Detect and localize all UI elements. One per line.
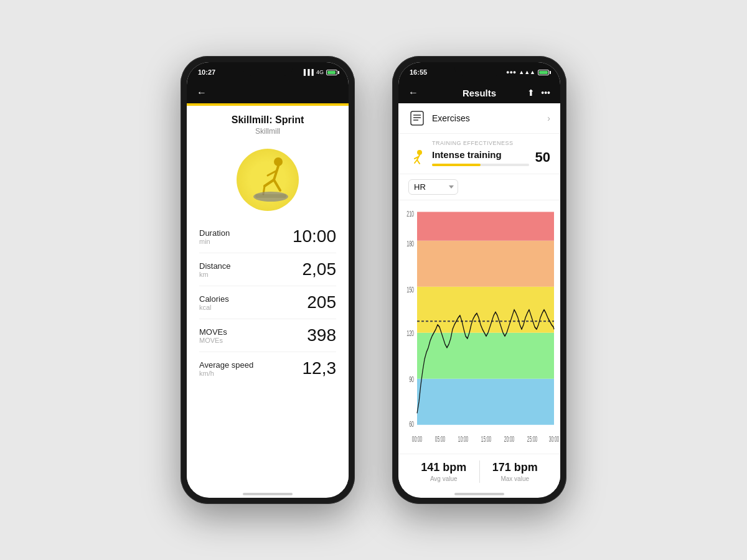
svg-rect-7: [255, 194, 286, 198]
right-time: 16:55: [410, 68, 427, 76]
svg-text:25:00: 25:00: [527, 435, 537, 444]
hr-chart-section: 210 180 150 120 90 60 00:00 05:00 10:00 …: [398, 200, 560, 454]
table-row: MOVEs MOVEs 398: [199, 319, 336, 352]
svg-point-0: [274, 157, 283, 166]
chart-footer: 141 bpm Avg value 171 bpm Max value: [398, 454, 560, 489]
max-stat: 171 bpm Max value: [480, 461, 551, 482]
svg-line-15: [417, 160, 420, 164]
svg-text:00:00: 00:00: [412, 435, 422, 444]
left-time: 10:27: [198, 68, 215, 76]
svg-line-1: [274, 166, 278, 180]
left-back-button[interactable]: ←: [197, 87, 207, 98]
table-row: Calories kcal 205: [199, 286, 336, 319]
svg-text:150: 150: [406, 286, 414, 294]
effectiveness-section-label: TRAINING EFFECTIVENESS: [432, 140, 550, 146]
right-status-icons: ●●● ▲▲▲: [506, 69, 549, 75]
hr-selector: HR Speed Power: [398, 174, 560, 200]
svg-line-16: [415, 160, 417, 163]
stat-label-distance: Distance km: [199, 261, 231, 278]
results-content: Exercises › TRAINING EFFECTIVENESS Inten…: [398, 103, 560, 489]
svg-text:120: 120: [406, 329, 414, 338]
stat-label-calories: Calories kcal: [199, 294, 229, 311]
svg-text:30:00: 30:00: [549, 435, 559, 444]
svg-line-3: [274, 180, 280, 190]
workout-image: [233, 146, 302, 214]
effectiveness-score: 50: [535, 149, 550, 166]
results-title: Results: [463, 88, 496, 98]
svg-rect-19: [417, 287, 554, 333]
avg-stat: 141 bpm Avg value: [408, 461, 479, 482]
svg-point-12: [417, 150, 422, 155]
table-row: Distance km 2,05: [199, 253, 336, 286]
results-nav-bar: ← Results ⬆ •••: [398, 82, 560, 103]
svg-text:20:00: 20:00: [504, 435, 514, 444]
network-type: 4G: [316, 69, 324, 75]
svg-text:15:00: 15:00: [481, 435, 491, 444]
max-bpm-label: Max value: [480, 475, 551, 482]
hr-chart-svg: 210 180 150 120 90 60 00:00 05:00 10:00 …: [398, 200, 560, 454]
svg-text:180: 180: [406, 240, 414, 248]
effectiveness-title: Intense training: [432, 149, 529, 160]
workout-title-section: Skillmill: Sprint Skillmill: [187, 106, 349, 142]
svg-rect-17: [417, 379, 554, 425]
signal-bars: ▐▐▐: [302, 69, 314, 75]
right-phone: 16:55 ●●● ▲▲▲ ← Results ⬆ •••: [392, 56, 566, 504]
table-row: Duration min 10:00: [199, 220, 336, 253]
notch-right: [454, 62, 504, 76]
effectiveness-section: TRAINING EFFECTIVENESS Intense training: [398, 134, 560, 174]
left-status-icons: ▐▐▐ 4G: [302, 69, 337, 75]
right-back-button[interactable]: ←: [408, 87, 418, 98]
exercises-label: Exercises: [432, 113, 547, 123]
effectiveness-bar-fill: [432, 164, 481, 166]
stat-label-moves: MOVEs MOVEs: [199, 327, 227, 344]
nav-actions: ⬆ •••: [527, 88, 550, 98]
avg-bpm-label: Avg value: [408, 475, 479, 482]
svg-rect-8: [411, 111, 423, 125]
effectiveness-row: Intense training 50: [408, 149, 550, 166]
workout-image-container: [187, 142, 349, 220]
svg-text:05:00: 05:00: [435, 435, 445, 444]
table-row: Average speed km/h 12,3: [199, 352, 336, 385]
stats-section: Duration min 10:00 Distance km 2,05 Calo…: [187, 220, 349, 489]
battery-icon-right: [538, 70, 549, 75]
share-button[interactable]: ⬆: [527, 88, 535, 98]
exercises-row[interactable]: Exercises ›: [398, 103, 560, 134]
svg-text:90: 90: [409, 375, 414, 384]
stat-label-duration: Duration min: [199, 228, 230, 245]
hr-select-dropdown[interactable]: HR Speed Power: [408, 179, 458, 195]
svg-rect-21: [417, 212, 554, 241]
avg-bpm-value: 141 bpm: [408, 461, 479, 474]
home-indicator-right[interactable]: [454, 493, 504, 495]
max-bpm-value: 171 bpm: [480, 461, 551, 474]
svg-text:210: 210: [406, 210, 414, 218]
wifi-bars: ▲▲▲: [519, 69, 535, 75]
battery-icon: [326, 70, 337, 75]
effectiveness-info: Intense training: [432, 149, 529, 166]
workout-subtitle: Skillmill: [197, 127, 339, 136]
svg-rect-20: [417, 241, 554, 287]
home-indicator[interactable]: [243, 493, 293, 495]
workout-title: Skillmill: Sprint: [197, 114, 339, 126]
svg-rect-18: [417, 333, 554, 379]
left-phone: 10:27 ▐▐▐ 4G ← Skillmill: Sprint Skillmi…: [181, 56, 355, 504]
wifi-icon: ●●●: [506, 69, 516, 75]
left-nav-bar: ←: [187, 82, 349, 103]
runner-icon: [408, 149, 426, 166]
skillmill-figure: [240, 152, 296, 208]
more-button[interactable]: •••: [541, 88, 550, 98]
svg-text:60: 60: [409, 420, 414, 429]
effectiveness-bar-bg: [432, 164, 529, 166]
notch: [243, 62, 293, 76]
exercises-icon: [408, 110, 426, 127]
exercises-chevron: ›: [547, 113, 550, 123]
svg-line-4: [265, 180, 274, 186]
svg-text:10:00: 10:00: [458, 435, 468, 444]
stat-label-speed: Average speed km/h: [199, 360, 253, 377]
